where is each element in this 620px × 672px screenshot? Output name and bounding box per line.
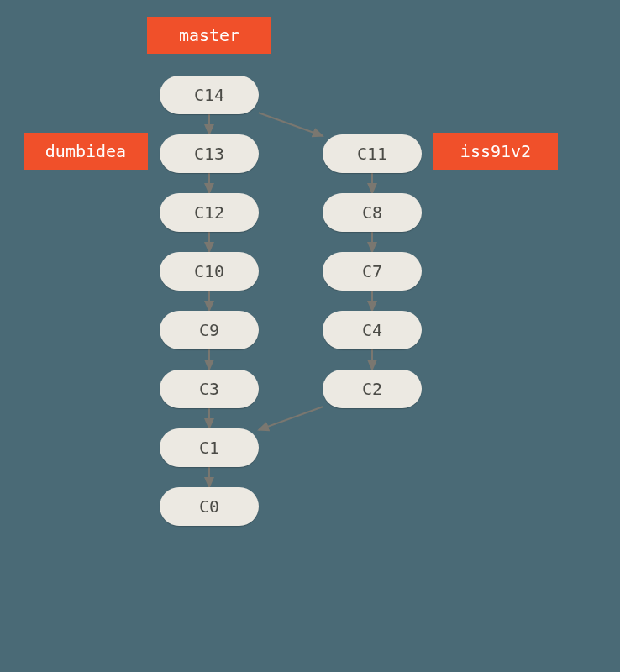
branch-iss91v2: iss91v2 [433, 133, 558, 170]
commit-c8: C8 [323, 193, 422, 232]
commit-c3: C3 [160, 370, 259, 408]
arrows-layer [0, 0, 620, 672]
commit-c13: C13 [160, 134, 259, 173]
commit-c10: C10 [160, 252, 259, 291]
arrow-C2-C1 [259, 407, 323, 429]
branch-dumbidea: dumbidea [24, 133, 148, 170]
commit-c11: C11 [323, 134, 422, 173]
commit-c1: C1 [160, 428, 259, 467]
commit-c0: C0 [160, 487, 259, 526]
commit-c14: C14 [160, 76, 259, 114]
commit-c9: C9 [160, 311, 259, 349]
commit-c12: C12 [160, 193, 259, 232]
commit-c2: C2 [323, 370, 422, 408]
arrow-C14-C11 [259, 113, 323, 135]
git-graph: master dumbidea iss91v2 C14 C13 C12 C10 … [0, 0, 620, 672]
branch-master: master [147, 17, 271, 54]
commit-c4: C4 [323, 311, 422, 349]
commit-c7: C7 [323, 252, 422, 291]
